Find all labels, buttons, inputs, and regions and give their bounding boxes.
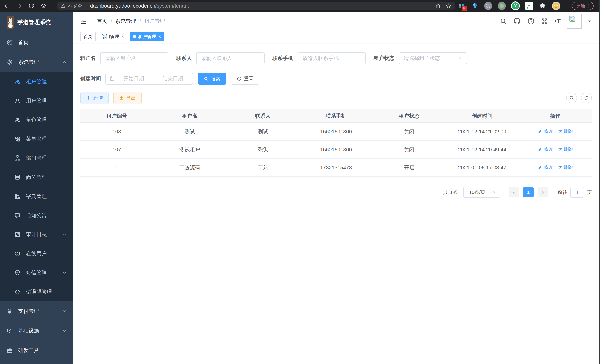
delete-link[interactable]: 删除 — [558, 164, 573, 170]
tab-首页[interactable]: 首页 — [80, 32, 96, 41]
extensions-puzzle-icon[interactable] — [538, 2, 547, 10]
contact-input[interactable] — [196, 52, 264, 64]
address-bar[interactable]: 不安全 dashboard.yudao.iocoder.cn/system/te… — [56, 2, 455, 10]
extension-chat-icon[interactable] — [525, 2, 533, 10]
table-cell: 1 — [80, 165, 153, 171]
security-label[interactable]: 不安全 — [68, 3, 82, 9]
goto-page-input[interactable] — [570, 187, 584, 198]
bookmark-star-icon[interactable] — [445, 3, 451, 9]
trash-icon — [558, 129, 562, 134]
edit-pencil-icon — [538, 165, 542, 169]
message-icon — [14, 212, 21, 219]
reset-button[interactable]: 重置 — [231, 73, 259, 84]
date-range-picker[interactable]: 开始日期 - 结束日期 — [105, 73, 193, 84]
tenant-name-input[interactable] — [100, 52, 169, 64]
edit-link[interactable]: 修改 — [538, 128, 553, 134]
browser-forward-icon[interactable] — [16, 3, 22, 9]
sidebar-item-错误码管理[interactable]: 错误码管理 — [0, 282, 73, 301]
chrome-update-button[interactable]: 更新 — [572, 2, 593, 10]
user-avatar[interactable] — [567, 14, 582, 28]
breadcrumb-item[interactable]: 首页 — [97, 18, 107, 25]
refresh-table-button[interactable] — [581, 93, 592, 103]
start-date-placeholder[interactable]: 开始日期 — [118, 75, 150, 82]
export-button-label: 导出 — [126, 95, 136, 101]
page-1-button[interactable]: 1 — [523, 187, 534, 197]
edit-link[interactable]: 修改 — [538, 164, 553, 170]
help-icon[interactable] — [527, 18, 535, 25]
export-button[interactable]: 导出 — [113, 92, 142, 104]
active-tab-dot — [133, 35, 136, 38]
sidebar-item-研发工具[interactable]: 研发工具 — [0, 341, 73, 360]
extension-command-icon[interactable]: ⌘ — [484, 2, 492, 10]
fullscreen-icon[interactable] — [541, 18, 548, 25]
sidebar-item-label: 短信管理 — [26, 269, 47, 276]
table-actions-cell: 修改删除 — [519, 164, 592, 171]
toggle-search-button[interactable] — [566, 93, 577, 103]
table-actions-cell: 修改删除 — [519, 146, 592, 153]
contact-label: 联系人 — [176, 55, 192, 62]
search-icon — [204, 76, 208, 81]
users-icon — [14, 117, 21, 123]
next-page-button[interactable] — [538, 187, 548, 197]
close-tab-icon[interactable]: × — [121, 34, 124, 39]
sidebar-item-岗位管理[interactable]: 岗位管理 — [0, 168, 73, 187]
edit-link[interactable]: 修改 — [538, 146, 553, 152]
sidebar-item-部门管理[interactable]: 部门管理 — [0, 149, 73, 168]
extension-recorder-icon[interactable] — [497, 2, 506, 10]
chrome-menu-icon[interactable] — [589, 4, 590, 8]
end-date-placeholder[interactable]: 结束日期 — [157, 75, 189, 82]
page-size-value: 10条/页 — [469, 189, 485, 196]
sidebar-item-通知公告[interactable]: 通知公告 — [0, 206, 73, 225]
search-button[interactable]: 搜索 — [198, 73, 226, 84]
extension-sidekick-icon[interactable]: 10 — [458, 2, 466, 10]
status-select[interactable]: 请选择租户状态 — [399, 52, 467, 64]
share-icon[interactable] — [435, 3, 441, 9]
table-cell: 2021-01-05 17:03:47 — [446, 165, 519, 171]
browser-back-icon[interactable] — [4, 3, 10, 9]
sidebar-collapse-icon[interactable] — [80, 18, 87, 25]
font-size-icon[interactable]: TT — [554, 18, 561, 25]
breadcrumb-item[interactable]: 系统管理 — [115, 18, 136, 25]
sidebar-item-label: 系统管理 — [18, 59, 39, 66]
chevron-down-icon — [62, 232, 67, 237]
sidebar-item-菜单管理[interactable]: 菜单管理 — [0, 129, 73, 149]
sidebar-item-角色管理[interactable]: 角色管理 — [0, 110, 73, 129]
app-logo-row[interactable]: 芋道管理系统 — [0, 12, 73, 33]
header-search-icon[interactable] — [500, 18, 507, 25]
prev-page-button[interactable] — [509, 187, 519, 197]
sidebar-item-系统管理[interactable]: 系统管理 — [0, 52, 73, 72]
close-tab-icon[interactable]: × — [158, 34, 161, 39]
add-button[interactable]: 新增 — [80, 92, 109, 104]
sidebar: 芋道管理系统 首页系统管理租户管理用户管理角色管理菜单管理部门管理岗位管理字典管… — [0, 12, 73, 364]
delete-link[interactable]: 删除 — [558, 146, 573, 152]
github-icon[interactable] — [513, 17, 521, 25]
sidebar-item-支付管理[interactable]: 支付管理 — [0, 301, 73, 321]
sidebar-item-用户管理[interactable]: 用户管理 — [0, 91, 73, 110]
tab-部门管理[interactable]: 部门管理× — [98, 32, 127, 41]
reset-button-label: 重置 — [244, 75, 253, 82]
navbar: 首页/系统管理/租户管理 TT — [73, 12, 600, 30]
page-size-select[interactable]: 10条/页 — [463, 187, 500, 198]
browser-reload-icon[interactable] — [28, 3, 35, 9]
column-header: 操作 — [519, 112, 592, 120]
tab-租户管理[interactable]: 租户管理× — [130, 32, 164, 41]
sidebar-item-字典管理[interactable]: 字典管理 — [0, 187, 73, 206]
sidebar-item-label: 菜单管理 — [26, 135, 47, 142]
chevron-down-icon — [62, 348, 67, 353]
extension-y-icon[interactable]: Y — [511, 1, 520, 10]
sidebar-item-label: 在线用户 — [26, 250, 47, 257]
sidebar-item-基础设施[interactable]: 基础设施 — [0, 321, 73, 341]
sidebar-item-审计日志[interactable]: 审计日志 — [0, 225, 73, 244]
extension-kite-icon[interactable] — [471, 2, 479, 10]
delete-link[interactable]: 删除 — [558, 128, 573, 134]
sidebar-item-首页[interactable]: 首页 — [0, 33, 73, 52]
chevron-down-icon — [62, 328, 67, 333]
chevron-down-icon — [458, 56, 463, 61]
browser-home-icon[interactable] — [40, 3, 47, 9]
sidebar-item-租户管理[interactable]: 租户管理 — [0, 72, 73, 91]
sidebar-item-在线用户[interactable]: 在线用户 — [0, 244, 73, 263]
profile-avatar-icon[interactable] — [552, 2, 560, 10]
mobile-input[interactable] — [298, 52, 366, 64]
avatar-caret-icon[interactable] — [587, 19, 592, 24]
sidebar-item-短信管理[interactable]: 短信管理 — [0, 263, 73, 282]
